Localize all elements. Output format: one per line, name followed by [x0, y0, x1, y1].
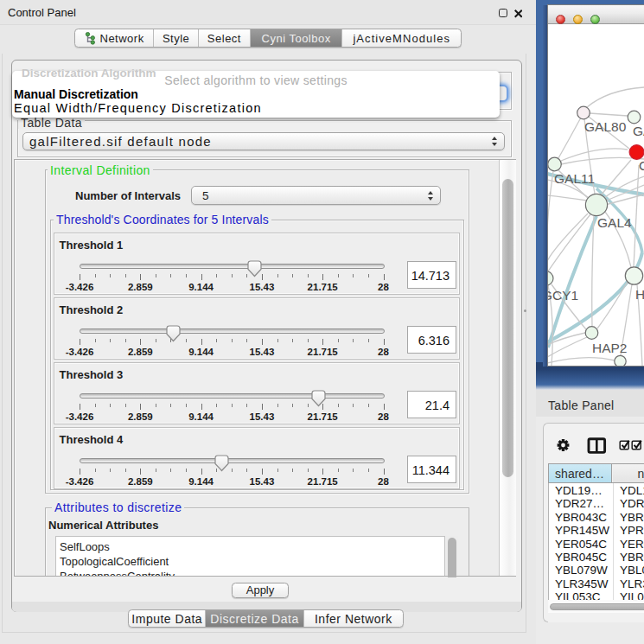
svg-text:C: C	[639, 158, 644, 173]
svg-text:GAL4: GAL4	[597, 215, 632, 230]
svg-text:GA: GA	[633, 124, 644, 138]
svg-text:HA: HA	[635, 287, 644, 302]
svg-text:GCY1: GCY1	[548, 288, 578, 303]
svg-text:GAL11: GAL11	[554, 171, 595, 186]
svg-text:HAP2: HAP2	[592, 341, 628, 355]
svg-text:GAL80: GAL80	[584, 119, 627, 134]
